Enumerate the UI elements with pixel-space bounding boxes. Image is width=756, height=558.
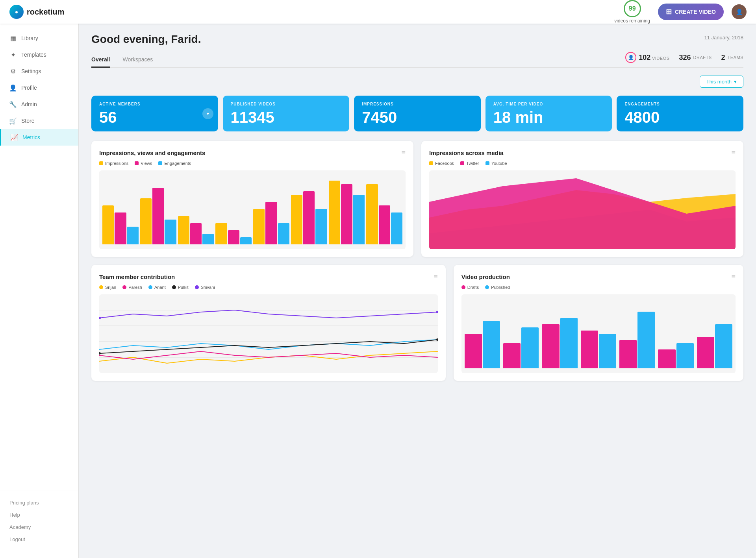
video-prod-chart-area (461, 294, 736, 373)
videos-remaining-label: videos remaining (614, 18, 650, 24)
tab-stats: 👤 102 videos 326 drafts 2 teams (625, 52, 743, 67)
sidebar-label-library: Library (21, 35, 38, 41)
legend-item-shivani: Shivani (195, 285, 215, 290)
bar-engagements-3 (240, 237, 252, 244)
filter-button[interactable]: This month ▾ (700, 76, 743, 88)
bar-impressions-6 (329, 181, 340, 244)
page-greeting: Good evening, Farid. (91, 33, 201, 46)
avatar[interactable]: 👤 (732, 4, 747, 19)
video-production-card: Video production ≡ DraftsPublished (454, 265, 743, 381)
stat-card-impressions: IMPRESSIONS 7450 (354, 96, 481, 131)
impressions-chart-card: Impressions, views and engagements ≡ Imp… (91, 141, 413, 257)
stat-card-label-avg-time: AVG. TIME PER VIDEO (493, 102, 604, 106)
create-video-button[interactable]: ⊞ CREATE VIDEO (658, 4, 724, 20)
bar-engagements-4 (278, 223, 289, 244)
bar-engagements-2 (202, 234, 214, 244)
logo-text: rocketium (27, 7, 65, 17)
chart2-menu-icon[interactable]: ≡ (731, 149, 736, 157)
tab-stat-drafts: 326 drafts (679, 54, 712, 62)
vp-bar-published-0 (483, 321, 500, 368)
videos-remaining: 99 videos remaining (614, 0, 650, 24)
sidebar-item-templates[interactable]: ✦Templates (0, 46, 78, 63)
logo[interactable]: ● rocketium (9, 5, 65, 19)
bar-group-1 (140, 188, 176, 244)
sidebar-item-library[interactable]: ▦Library (0, 30, 78, 46)
bar-views-0 (115, 212, 126, 244)
vp-group-5 (658, 343, 693, 368)
stat-card-value-active-members: 56 (99, 109, 210, 125)
teams-label: teams (728, 55, 743, 60)
sidebar-bottom-academy[interactable]: Academy (0, 521, 78, 533)
videos-count: 102 (639, 54, 650, 61)
teams-count: 2 (721, 54, 725, 62)
chart1-legend: ImpressionsViewsEngagements (99, 161, 406, 166)
bar-views-7 (379, 205, 390, 244)
vp-group-4 (619, 312, 655, 368)
vp-bar-drafts-4 (619, 340, 637, 368)
vp-bar-drafts-6 (697, 337, 714, 368)
bar-impressions-1 (140, 198, 152, 244)
page-date: 11 January, 2018 (704, 35, 744, 41)
logo-icon: ● (9, 5, 24, 19)
stat-card-dropdown[interactable]: ▾ (202, 108, 213, 119)
svg-point-7 (99, 317, 101, 319)
bar-impressions-7 (366, 184, 378, 244)
chart4-menu-icon[interactable]: ≡ (731, 273, 736, 281)
settings-icon: ⚙ (9, 68, 17, 75)
chart3-menu-icon[interactable]: ≡ (434, 273, 438, 281)
legend-item-youtube: Youtube (485, 161, 507, 166)
videos-label: videos (652, 56, 670, 61)
charts-row-2: Team member contribution ≡ SrijanPareshA… (91, 265, 743, 381)
tab-workspaces[interactable]: Workspaces (122, 52, 153, 68)
bar-impressions-4 (253, 209, 265, 244)
line-chart-area (99, 294, 438, 373)
legend-item-drafts: Drafts (461, 285, 479, 290)
svg-point-10 (436, 338, 437, 341)
stat-card-avg-time: AVG. TIME PER VIDEO 18 min (485, 96, 612, 131)
sidebar-item-store[interactable]: 🛒Store (0, 113, 78, 129)
sidebar-bottom-logout[interactable]: Logout (0, 533, 78, 545)
bar-views-4 (265, 202, 277, 244)
stat-icon-videos: 👤 (625, 52, 636, 63)
bar-group-5 (291, 191, 327, 244)
sidebar-label-store: Store (21, 118, 34, 124)
sidebar-item-profile[interactable]: 👤Profile (0, 79, 78, 96)
svg-marker-2 (429, 178, 736, 249)
legend-item-published: Published (485, 285, 510, 290)
stat-card-label-active-members: ACTIVE MEMBERS (99, 102, 210, 106)
bar-engagements-0 (127, 227, 139, 244)
sidebar-label-metrics: Metrics (22, 134, 40, 140)
sidebar-nav: ▦Library✦Templates⚙Settings👤Profile🔧Admi… (0, 30, 78, 146)
vp-bar-drafts-3 (581, 331, 598, 368)
stat-cards: ACTIVE MEMBERS 56 ▾ PUBLISHED VIDEOS 113… (91, 96, 743, 131)
videos-remaining-circle: 99 (624, 0, 641, 17)
top-navigation: ● rocketium 99 videos remaining ⊞ CREATE… (0, 0, 756, 24)
sidebar-item-metrics[interactable]: 📈Metrics (0, 129, 78, 146)
chart1-menu-icon[interactable]: ≡ (401, 149, 406, 157)
chart2-legend: FacebookTwitterYoutube (429, 161, 736, 166)
bar-impressions-0 (102, 205, 114, 244)
tabs-row: Overall Workspaces 👤 102 videos 326 draf… (91, 52, 743, 68)
admin-icon: 🔧 (9, 101, 17, 108)
stat-card-label-published-videos: PUBLISHED VIDEOS (231, 102, 342, 106)
sidebar-label-settings: Settings (21, 68, 41, 74)
vp-bar-published-3 (599, 334, 616, 368)
vp-group-0 (465, 321, 500, 368)
sidebar-bottom-help[interactable]: Help (0, 509, 78, 521)
bar-group-0 (102, 205, 139, 244)
legend-item-anant: Anant (148, 285, 166, 290)
chart4-title: Video production ≡ (461, 273, 736, 281)
sidebar-item-admin[interactable]: 🔧Admin (0, 96, 78, 113)
store-icon: 🛒 (9, 117, 17, 124)
sidebar-bottom-pricing[interactable]: Pricing plans (0, 497, 78, 509)
tab-overall[interactable]: Overall (91, 52, 110, 68)
sidebar-item-settings[interactable]: ⚙Settings (0, 63, 78, 79)
profile-icon: 👤 (9, 84, 17, 91)
bar-group-4 (253, 202, 289, 244)
stat-card-label-engagements: ENGAGEMENTS (624, 102, 736, 106)
stat-card-published-videos: PUBLISHED VIDEOS 11345 (223, 96, 350, 131)
bar-views-3 (228, 230, 239, 244)
bar-engagements-1 (165, 220, 176, 244)
sidebar-label-templates: Templates (21, 52, 46, 58)
stat-card-label-impressions: IMPRESSIONS (362, 102, 473, 106)
